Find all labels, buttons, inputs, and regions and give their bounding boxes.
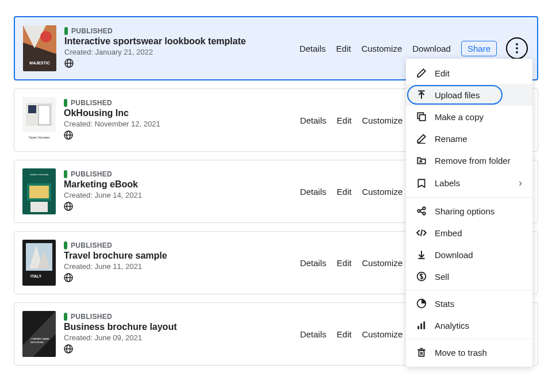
edit-link[interactable]: Edit [337, 258, 352, 268]
globe-icon [64, 344, 73, 353]
menu-item-label: Sharing options [435, 206, 494, 216]
globe-icon [64, 59, 74, 68]
document-title: Business brochure layout [64, 322, 300, 332]
thumbnail[interactable] [22, 97, 56, 143]
menu-item-rename[interactable]: Rename [406, 128, 532, 149]
status-label: PUBLISHED [71, 170, 112, 178]
sell-icon [416, 271, 427, 282]
status-label: PUBLISHED [71, 99, 112, 107]
customize-link[interactable]: Customize [362, 329, 402, 339]
menu-separator [406, 339, 532, 339]
rename-icon [416, 133, 427, 144]
menu-item-make-a-copy[interactable]: Make a copy [406, 106, 532, 128]
menu-item-sharing-options[interactable]: Sharing options [406, 200, 532, 222]
menu-item-label: Move to trash [435, 348, 487, 358]
share-icon [416, 206, 427, 216]
embed-icon [416, 228, 427, 238]
menu-item-label: Labels [435, 178, 460, 188]
created-date: Created: November 12, 2021 [64, 120, 300, 128]
details-link[interactable]: Details [300, 44, 326, 53]
share-button[interactable]: Share [461, 41, 497, 56]
document-title: Travel brochure sample [64, 251, 300, 261]
menu-item-embed[interactable]: Embed [406, 222, 532, 244]
edit-icon [416, 68, 427, 78]
customize-link[interactable]: Customize [362, 258, 402, 268]
menu-item-sell[interactable]: Sell [406, 266, 532, 287]
menu-separator [406, 290, 532, 290]
status-indicator [64, 313, 67, 321]
menu-item-download[interactable]: Download [406, 244, 532, 266]
menu-item-label: Download [435, 250, 473, 260]
stats-icon [416, 298, 427, 309]
menu-item-analytics[interactable]: Analytics [406, 314, 532, 336]
card-meta: PUBLISHED Interactive sportswear lookboo… [64, 27, 300, 70]
document-card[interactable]: PUBLISHED Interactive sportswear lookboo… [14, 16, 538, 80]
created-date: Created: January 21, 2022 [64, 48, 300, 56]
details-link[interactable]: Details [300, 116, 327, 125]
edit-link[interactable]: Edit [337, 187, 352, 197]
details-link[interactable]: Details [300, 187, 327, 197]
hand-drawn-circle [506, 37, 528, 59]
menu-item-label: Rename [435, 134, 467, 144]
card-meta: PUBLISHED Travel brochure sample Created… [64, 241, 300, 285]
trash-icon [416, 347, 427, 358]
menu-item-label: Sell [435, 272, 449, 282]
card-meta: PUBLISHED Marketing eBook Created: June … [64, 170, 300, 213]
menu-item-label: Upload files [435, 90, 480, 100]
chevron-right-icon: › [519, 177, 522, 189]
remove-folder-icon [416, 155, 427, 166]
customize-link[interactable]: Customize [361, 44, 402, 53]
menu-item-upload-files[interactable]: Upload files [406, 84, 532, 106]
customize-link[interactable]: Customize [362, 187, 402, 197]
document-list: PUBLISHED Interactive sportswear lookboo… [14, 16, 538, 366]
thumbnail[interactable] [22, 168, 56, 214]
details-link[interactable]: Details [300, 329, 327, 339]
edit-link[interactable]: Edit [336, 44, 351, 53]
menu-item-stats[interactable]: Stats [406, 293, 532, 314]
created-date: Created: June 11, 2021 [64, 262, 300, 271]
card-actions: Details Edit Customize Download Share [300, 39, 527, 58]
thumbnail[interactable] [23, 25, 56, 71]
card-meta: PUBLISHED Business brochure layout Creat… [64, 313, 300, 356]
card-meta: PUBLISHED OkHousing Inc Created: Novembe… [64, 99, 300, 142]
globe-icon [64, 130, 73, 140]
menu-item-labels[interactable]: Labels › [406, 171, 532, 195]
menu-separator [406, 197, 532, 198]
status-indicator [64, 241, 67, 249]
menu-item-label: Make a copy [435, 112, 484, 122]
download-link[interactable]: Download [412, 44, 451, 53]
menu-item-label: Embed [435, 228, 462, 238]
menu-item-label: Remove from folder [435, 156, 511, 166]
created-date: Created: June 09, 2021 [64, 333, 300, 342]
document-title: Interactive sportswear lookbook template [64, 36, 300, 47]
analytics-icon [416, 320, 427, 330]
download-icon [416, 249, 427, 260]
status-indicator [64, 99, 67, 107]
context-menu: Edit Upload files Make a copy Rename [406, 59, 532, 367]
status-label: PUBLISHED [71, 27, 113, 35]
status-indicator [64, 170, 67, 178]
menu-item-remove-from-folder[interactable]: Remove from folder [406, 149, 532, 171]
details-link[interactable]: Details [300, 258, 327, 268]
more-menu-button[interactable] [507, 39, 527, 58]
status-label: PUBLISHED [71, 313, 112, 321]
edit-link[interactable]: Edit [337, 329, 352, 339]
labels-icon [416, 178, 427, 189]
menu-item-label: Analytics [435, 321, 469, 330]
thumbnail[interactable] [22, 311, 56, 357]
copy-icon [416, 112, 427, 122]
document-title: Marketing eBook [64, 179, 300, 190]
document-title: OkHousing Inc [64, 108, 300, 118]
customize-link[interactable]: Customize [362, 116, 402, 125]
upload-icon [416, 90, 427, 100]
menu-item-label: Stats [435, 299, 454, 309]
thumbnail[interactable] [22, 240, 56, 286]
menu-item-move-to-trash[interactable]: Move to trash [406, 341, 532, 363]
globe-icon [64, 273, 73, 282]
menu-item-label: Edit [435, 68, 450, 78]
created-date: Created: June 14, 2021 [64, 191, 300, 199]
menu-item-edit[interactable]: Edit [406, 62, 532, 84]
status-indicator [64, 27, 68, 35]
globe-icon [64, 202, 73, 211]
edit-link[interactable]: Edit [337, 116, 352, 125]
